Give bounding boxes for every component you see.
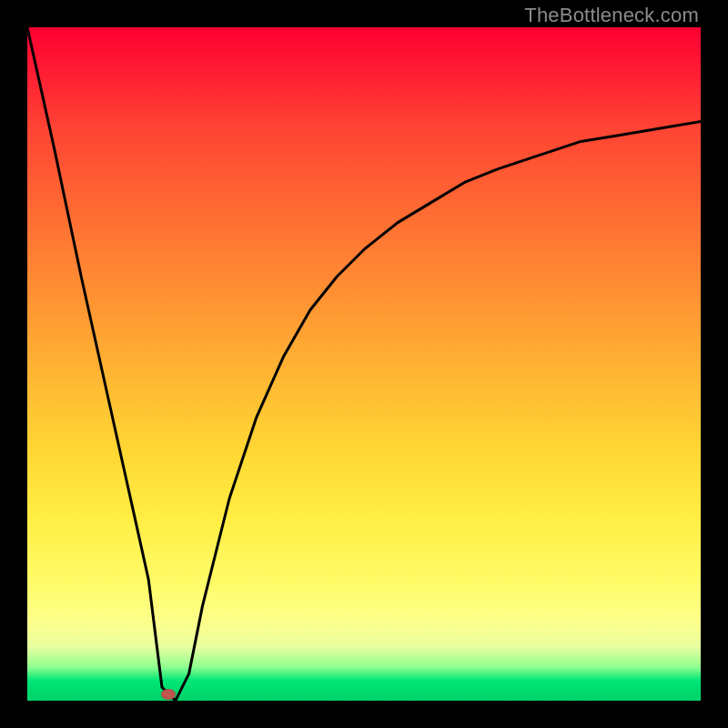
optimal-point-marker: [161, 689, 176, 700]
bottleneck-curve: [27, 27, 701, 701]
watermark-text: TheBottleneck.com: [524, 4, 699, 27]
plot-area: [27, 27, 701, 701]
chart-frame: TheBottleneck.com: [0, 0, 728, 728]
